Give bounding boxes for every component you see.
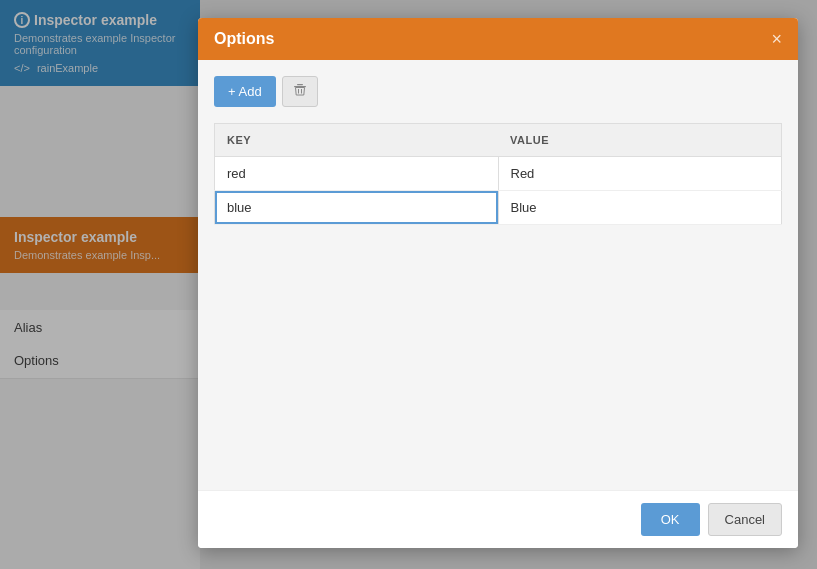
modal-header: Options × bbox=[198, 18, 798, 60]
modal-footer: OK Cancel bbox=[198, 490, 798, 548]
key-cell-blue[interactable] bbox=[215, 191, 499, 225]
key-text-red: red bbox=[215, 157, 498, 190]
col-key-header: KEY bbox=[215, 124, 499, 157]
options-table: KEY VALUE red Red bbox=[214, 123, 782, 225]
cancel-button[interactable]: Cancel bbox=[708, 503, 782, 536]
trash-icon bbox=[293, 83, 307, 97]
delete-button[interactable] bbox=[282, 76, 318, 107]
col-value-header: VALUE bbox=[498, 124, 782, 157]
modal-body: + Add KEY VALUE bbox=[198, 60, 798, 490]
modal-title: Options bbox=[214, 30, 274, 48]
modal-close-button[interactable]: × bbox=[771, 30, 782, 48]
value-text-blue: Blue bbox=[499, 191, 782, 224]
add-button[interactable]: + Add bbox=[214, 76, 276, 107]
value-text-red: Red bbox=[499, 157, 782, 190]
key-input-blue[interactable] bbox=[215, 191, 498, 224]
svg-rect-1 bbox=[297, 84, 303, 85]
options-modal: Options × + Add KEY VALUE bbox=[198, 18, 798, 548]
key-cell-red: red bbox=[215, 157, 499, 191]
table-row: red Red bbox=[215, 157, 782, 191]
table-row: Blue bbox=[215, 191, 782, 225]
value-cell-red: Red bbox=[498, 157, 782, 191]
ok-button[interactable]: OK bbox=[641, 503, 700, 536]
table-header: KEY VALUE bbox=[215, 124, 782, 157]
options-toolbar: + Add bbox=[214, 76, 782, 107]
table-body: red Red Blue bbox=[215, 157, 782, 225]
value-cell-blue: Blue bbox=[498, 191, 782, 225]
